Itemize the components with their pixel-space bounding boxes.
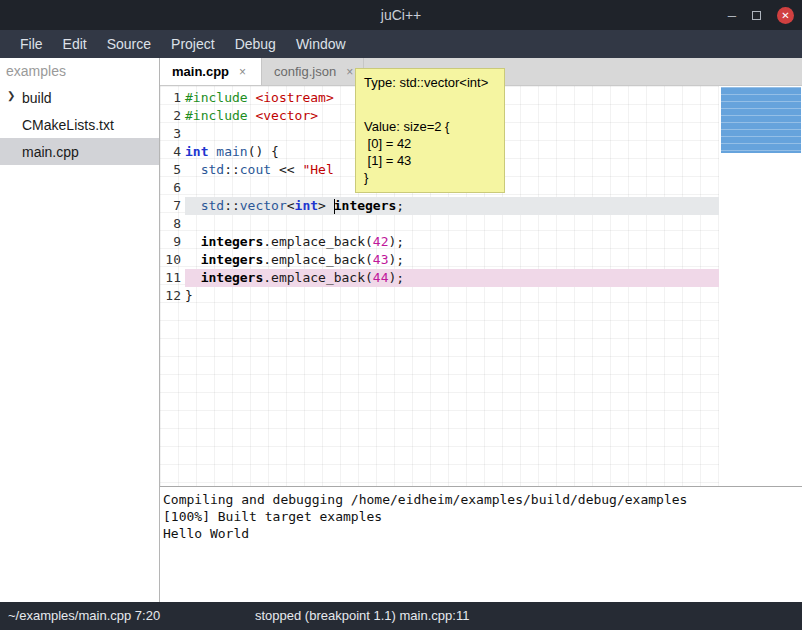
tooltip-value-block: Value: size=2 { [0] = 42 [1] = 43 } [364,118,496,186]
line-number[interactable]: 7 [160,197,185,215]
tab-label: config.json [274,64,336,79]
code-text: integers.emplace_back(44); [185,269,719,287]
editor-line: 8 [160,215,719,233]
code-text: integers.emplace_back(43); [185,251,719,269]
tooltip-value-line: [0] = 42 [364,135,496,152]
editor-line: 11 integers.emplace_back(44); [160,269,719,287]
tab-configjson[interactable]: config.json × [262,58,364,85]
status-bar: ~/examples/main.cpp 7:20 stopped (breakp… [0,602,802,630]
tooltip-value-line: [1] = 43 [364,152,496,169]
sidebar-item-maincpp[interactable]: main.cpp [0,138,159,165]
terminal-line: Compiling and debugging /home/eidheim/ex… [163,491,802,508]
close-button[interactable]: ✕ [777,7,794,24]
editor-line: 10 integers.emplace_back(43); [160,251,719,269]
code-text [185,215,719,233]
sidebar-item-build[interactable]: ❯ build [0,84,159,111]
menu-edit[interactable]: Edit [53,36,97,52]
project-header: examples [0,58,159,84]
menu-project[interactable]: Project [161,36,225,52]
code-text: } [185,287,719,305]
editor-line: 9 integers.emplace_back(42); [160,233,719,251]
line-number[interactable]: 8 [160,215,185,233]
tab-close-icon[interactable]: × [346,65,353,79]
code-text: integers.emplace_back(42); [185,233,719,251]
line-number[interactable]: 11 [160,269,185,287]
menu-debug[interactable]: Debug [225,36,286,52]
tab-maincpp[interactable]: main.cpp × [160,58,262,85]
minimize-button[interactable]: – [728,10,736,20]
line-number[interactable]: 4 [160,143,185,161]
menu-source[interactable]: Source [97,36,161,52]
restore-button[interactable] [752,11,761,20]
sidebar-item-cmakelists[interactable]: CMakeLists.txt [0,111,159,138]
menu-file[interactable]: File [10,36,53,52]
editor-line: 12} [160,287,719,305]
app-window: juCi++ – ✕ File Edit Source Project Debu… [0,0,802,630]
sidebar-item-label: build [22,90,52,106]
tooltip-type-line: Type: std::vector<int> [364,74,496,91]
minimap[interactable] [721,87,801,153]
sidebar-item-label: CMakeLists.txt [22,117,114,133]
line-number[interactable]: 10 [160,251,185,269]
chevron-right-icon[interactable]: ❯ [7,90,15,101]
line-number[interactable]: 6 [160,179,185,197]
tooltip-value-line: Value: size=2 { [364,118,496,135]
terminal-panel[interactable]: Compiling and debugging /home/eidheim/ex… [160,486,802,602]
tooltip-value-line: } [364,169,496,186]
menu-window[interactable]: Window [286,36,356,52]
line-number[interactable]: 1 [160,89,185,107]
terminal-line: Hello World [163,525,802,542]
tab-label: main.cpp [172,64,229,79]
tab-close-icon[interactable]: × [239,65,246,79]
window-title: juCi++ [0,7,802,23]
file-tree-panel: examples ❯ build CMakeLists.txt main.cpp [0,58,160,602]
sidebar-item-label: main.cpp [22,144,79,160]
status-file-position: ~/examples/main.cpp 7:20 [8,608,160,623]
status-debug-state: stopped (breakpoint 1.1) main.cpp:11 [255,608,469,623]
line-number[interactable]: 5 [160,161,185,179]
line-number[interactable]: 9 [160,233,185,251]
window-controls: – ✕ [728,0,794,30]
debug-value-tooltip: Type: std::vector<int> Value: size=2 { [… [355,68,505,193]
line-number[interactable]: 3 [160,125,185,143]
code-text: std::vector<int> integers; [185,197,719,215]
close-icon: ✕ [781,10,789,21]
line-number[interactable]: 2 [160,107,185,125]
title-bar[interactable]: juCi++ – ✕ [0,0,802,30]
line-number[interactable]: 12 [160,287,185,305]
terminal-line: [100%] Built target examples [163,508,802,525]
menu-bar: File Edit Source Project Debug Window [0,30,802,58]
editor-line: 7 std::vector<int> integers; [160,197,719,215]
